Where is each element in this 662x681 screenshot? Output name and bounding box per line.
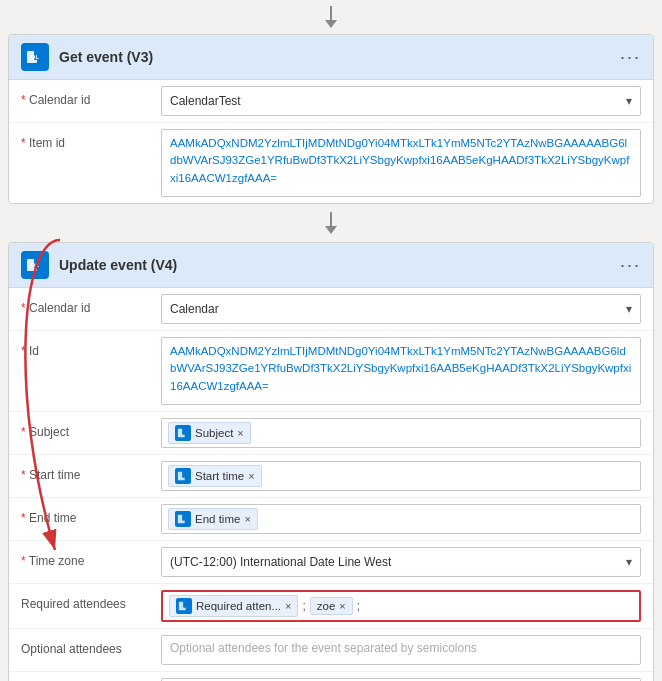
get-calendar-id-value: CalendarTest (170, 94, 241, 108)
get-calendar-id-row: Calendar id CalendarTest ▾ (9, 80, 653, 123)
middle-arrow-line (330, 212, 332, 226)
update-calendar-chevron-icon: ▾ (626, 302, 632, 316)
required-attendees-tag: Required atten... × (169, 595, 298, 617)
attendees-separator-2: ; (357, 599, 360, 613)
top-connector (0, 0, 662, 34)
subject-tag-container[interactable]: Subject × (161, 418, 641, 448)
end-time-tag: End time × (168, 508, 258, 530)
time-zone-dropdown[interactable]: (UTC-12:00) International Date Line West… (161, 547, 641, 577)
optional-attendees-label: Optional attendees (21, 635, 161, 658)
time-zone-value: (UTC-12:00) International Date Line West (170, 555, 391, 569)
end-time-tag-container[interactable]: End time × (161, 504, 641, 534)
start-time-label: Start time (21, 461, 161, 484)
zoe-tag-label: zoe (317, 600, 336, 612)
get-calendar-id-label: Calendar id (21, 86, 161, 109)
update-event-card: OL Update event (V4) ··· Calendar id Cal… (8, 242, 654, 681)
time-zone-label: Time zone (21, 547, 161, 570)
end-time-tag-close[interactable]: × (244, 514, 250, 525)
update-event-card-header: OL Update event (V4) ··· (9, 243, 653, 288)
get-calendar-id-dropdown[interactable]: CalendarTest ▾ (161, 86, 641, 116)
required-attendees-tag-icon (176, 598, 192, 614)
middle-arrow-down (325, 212, 337, 234)
required-attendees-row: Required attendees Required atten... × ;… (9, 584, 653, 629)
required-attendees-container[interactable]: Required atten... × ; zoe × ; (161, 590, 641, 622)
update-id-value: AAMkADQxNDM2YzlmLTIjMDMtNDg0Yi04MTkxLTk1… (161, 337, 641, 405)
get-calendar-chevron-icon: ▾ (626, 94, 632, 108)
get-event-menu[interactable]: ··· (620, 48, 641, 66)
end-time-tag-label: End time (195, 513, 240, 525)
get-event-card: OL Get event (V3) ··· Calendar id Calend… (8, 34, 654, 204)
svg-rect-9 (182, 471, 188, 478)
required-attendees-tag-label: Required atten... (196, 600, 281, 612)
middle-connector (0, 204, 662, 242)
subject-label: Subject (21, 418, 161, 441)
update-id-label: Id (21, 337, 161, 360)
get-item-id-row: Item id AAMkADQxNDM2YzlmLTIjMDMtNDg0Yi04… (9, 123, 653, 203)
attendees-separator-1: ; (302, 599, 305, 613)
required-attendees-label: Required attendees (21, 590, 161, 613)
subject-tag: Subject × (168, 422, 251, 444)
svg-rect-13 (183, 601, 189, 608)
start-time-tag: Start time × (168, 465, 262, 487)
subject-tag-label: Subject (195, 427, 233, 439)
get-event-title: Get event (V3) (59, 49, 620, 65)
update-id-row: Id AAMkADQxNDM2YzlmLTIjMDMtNDg0Yi04MTkxL… (9, 331, 653, 412)
get-item-id-value: AAMkADQxNDM2YzlmLTIjMDMtNDg0Yi04MTkxLTk1… (161, 129, 641, 197)
time-zone-chevron-icon: ▾ (626, 555, 632, 569)
required-attendees-tag-close[interactable]: × (285, 601, 291, 612)
svg-rect-11 (182, 514, 188, 521)
arrow-down (325, 6, 337, 28)
subject-row: Subject Subject × (9, 412, 653, 455)
optional-attendees-input[interactable]: Optional attendees for the event separat… (161, 635, 641, 665)
svg-rect-7 (182, 428, 188, 435)
optional-attendees-row: Optional attendees Optional attendees fo… (9, 629, 653, 672)
outlook-icon: OL (21, 43, 49, 71)
svg-text:OL: OL (31, 54, 40, 60)
subject-tag-close[interactable]: × (237, 428, 243, 439)
start-time-tag-label: Start time (195, 470, 244, 482)
get-item-id-label: Item id (21, 129, 161, 152)
start-time-tag-icon (175, 468, 191, 484)
time-zone-row: Time zone (UTC-12:00) International Date… (9, 541, 653, 584)
svg-text:OL: OL (31, 262, 40, 268)
start-time-tag-close[interactable]: × (248, 471, 254, 482)
zoe-tag-close[interactable]: × (339, 601, 345, 612)
start-time-tag-container[interactable]: Start time × (161, 461, 641, 491)
page-wrapper: OL Get event (V3) ··· Calendar id Calend… (0, 0, 662, 681)
end-time-tag-icon (175, 511, 191, 527)
start-time-row: Start time Start time × (9, 455, 653, 498)
middle-arrow-head (325, 226, 337, 234)
update-event-menu[interactable]: ··· (620, 256, 641, 274)
resource-attendees-row: Resource attendees Resource attendees fo… (9, 672, 653, 681)
update-calendar-id-dropdown[interactable]: Calendar ▾ (161, 294, 641, 324)
update-calendar-id-value: Calendar (170, 302, 219, 316)
update-event-title: Update event (V4) (59, 257, 620, 273)
end-time-label: End time (21, 504, 161, 527)
arrow-head (325, 20, 337, 28)
optional-attendees-placeholder: Optional attendees for the event separat… (170, 641, 477, 655)
update-calendar-id-row: Calendar id Calendar ▾ (9, 288, 653, 331)
arrow-line (330, 6, 332, 20)
get-event-card-header: OL Get event (V3) ··· (9, 35, 653, 80)
zoe-tag: zoe × (310, 597, 353, 615)
update-outlook-icon: OL (21, 251, 49, 279)
end-time-row: End time End time × (9, 498, 653, 541)
update-calendar-id-label: Calendar id (21, 294, 161, 317)
subject-tag-icon (175, 425, 191, 441)
